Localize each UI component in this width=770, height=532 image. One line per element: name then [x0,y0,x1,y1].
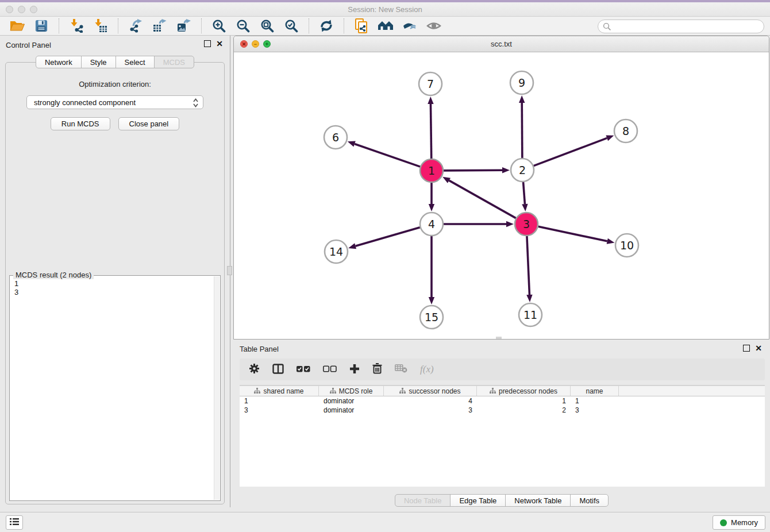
search-input[interactable] [598,20,764,33]
column-header-successor-nodes[interactable]: successor nodes [384,386,477,396]
graph-node-7[interactable]: 7 [419,72,442,95]
node-label-15: 15 [425,311,438,323]
task-history-button[interactable] [6,515,23,530]
select-all-columns-button[interactable] [297,365,310,374]
tab-network[interactable]: Network [36,56,82,68]
edge-3-11[interactable] [526,236,532,302]
mcds-result-group: MCDS result (2 nodes) 1 3 [9,275,221,501]
search-container [598,20,764,33]
export-image-button[interactable] [175,18,193,34]
node-label-11: 11 [523,309,537,321]
cell-0-name[interactable]: 1 [571,396,619,406]
column-label: name [586,387,603,395]
close-panel-button[interactable]: ✕ [216,40,223,47]
cell-1-name[interactable]: 3 [571,406,619,415]
paintbrush-eye-button[interactable] [401,18,419,34]
function-builder-button[interactable]: f(x) [420,364,434,375]
cell-1-MCDS-role[interactable]: dominator [319,406,384,415]
add-column-button[interactable] [349,364,360,376]
tab-edge-table[interactable]: Edge Table [450,494,506,507]
unselect-all-columns-button[interactable] [323,365,337,374]
table-panel-title: Table Panel [240,345,279,353]
zoom-out-button[interactable] [234,18,252,34]
cell-1-shared-name[interactable]: 3 [240,406,319,415]
graph-node-15[interactable]: 15 [420,306,443,329]
cell-0-shared-name[interactable]: 1 [240,396,319,406]
control-panel-tabs: NetworkStyleSelectMCDS [0,56,230,68]
cell-0-successor-nodes[interactable]: 4 [384,396,477,406]
network-canvas[interactable]: 7968124314101511 [234,52,769,339]
table-settings-button[interactable] [249,363,260,376]
graph-node-6[interactable]: 6 [324,126,347,149]
canvas-resize-grip[interactable] [496,337,502,339]
run-mcds-button[interactable]: Run MCDS [51,117,110,130]
import-table-button[interactable] [91,18,110,34]
column-header-predecessor-nodes[interactable]: predecessor nodes [477,386,571,396]
cell-0-predecessor-nodes[interactable]: 1 [477,396,571,406]
graph-node-2[interactable]: 2 [511,159,534,182]
mcds-result-text[interactable]: 1 3 [11,278,213,499]
graph-node-9[interactable]: 9 [510,71,533,94]
edge-4-14[interactable] [348,228,420,249]
edge-2-9[interactable] [519,95,525,158]
network-window-titlebar[interactable]: ✕ − + scc.txt [234,36,769,52]
export-table-button[interactable] [151,18,169,34]
result-scrollbar[interactable] [214,276,220,500]
edge-1-2[interactable] [444,167,510,173]
edge-2-8[interactable] [534,136,614,166]
cell-1-predecessor-nodes[interactable]: 2 [477,406,571,415]
cell-0-MCDS-role[interactable]: dominator [319,396,384,406]
graph-node-10[interactable]: 10 [615,234,638,257]
import-network-button[interactable] [67,18,86,34]
export-network-button[interactable] [126,18,145,34]
duplicate-network-button[interactable] [352,18,371,34]
edge-1-7[interactable] [428,97,433,159]
table-row-1[interactable]: 3dominator323 [240,406,765,415]
graph-node-8[interactable]: 8 [614,119,637,142]
tab-network-table[interactable]: Network Table [505,494,571,507]
graph-node-3[interactable]: 3 [515,213,538,236]
panel-splitter-grip[interactable] [227,266,232,275]
zoom-selected-button[interactable] [282,18,301,34]
tab-motifs[interactable]: Motifs [570,494,609,507]
edge-1-4[interactable] [429,183,434,211]
graph-node-4[interactable]: 4 [420,213,443,236]
zoom-in-button[interactable] [210,18,228,34]
refresh-view-button[interactable] [317,18,336,34]
split-view-button[interactable] [272,364,284,376]
houses-icon-button[interactable] [376,18,395,34]
eye-icon [426,20,441,32]
column-header-name[interactable]: name [571,386,619,396]
edge-4-15[interactable] [429,236,434,304]
tab-style[interactable]: Style [81,56,116,68]
float-panel-button[interactable] [204,40,211,47]
edge-2-3[interactable] [522,182,528,211]
tab-select[interactable]: Select [116,56,155,68]
zoom-fit-button[interactable] [258,18,276,34]
delete-column-button[interactable] [372,363,382,376]
graph-node-1[interactable]: 1 [420,159,443,182]
column-header-MCDS-role[interactable]: MCDS role [319,386,384,396]
edge-3-1[interactable] [442,177,516,218]
tab-node-table[interactable]: Node Table [395,494,451,507]
edge-3-10[interactable] [538,226,615,244]
float-table-panel-button[interactable] [743,345,750,352]
open-session-button[interactable] [8,18,26,34]
window-titlebar: Session: New Session [0,2,770,17]
table-row-0[interactable]: 1dominator411 [240,396,765,406]
node-label-1: 1 [428,164,435,177]
criterion-select[interactable]: strongly connected component [26,95,203,109]
close-table-panel-button[interactable]: ✕ [755,345,762,352]
graph-node-14[interactable]: 14 [325,240,348,263]
column-header-shared-name[interactable]: shared name [240,386,319,396]
graph-node-11[interactable]: 11 [519,303,542,326]
memory-button[interactable]: Memory [713,515,765,530]
close-mcds-panel-button[interactable]: Close panel [118,117,180,130]
cell-1-successor-nodes[interactable]: 3 [384,406,477,415]
delete-table-button[interactable] [395,364,407,375]
tab-mcds[interactable]: MCDS [154,56,194,68]
edge-4-3[interactable] [444,221,514,227]
edge-1-6[interactable] [348,141,420,167]
eye-button[interactable] [425,18,443,34]
save-session-button[interactable] [32,18,51,34]
